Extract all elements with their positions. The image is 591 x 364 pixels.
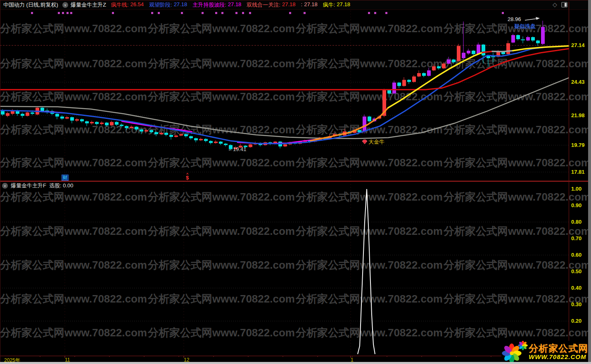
candle-body bbox=[11, 111, 14, 114]
trend-gray-line bbox=[492, 51, 513, 52]
candle-body bbox=[432, 66, 436, 71]
sub-value-label: 0.80 bbox=[571, 219, 589, 225]
diamond-icon[interactable]: ◇ bbox=[553, 2, 557, 7]
candle-body bbox=[457, 46, 460, 61]
price-high-annotation: 28.96 bbox=[508, 16, 521, 22]
candle-body bbox=[541, 27, 545, 44]
candle-body bbox=[40, 108, 44, 111]
chart-canvas[interactable] bbox=[0, 0, 591, 364]
candle-body bbox=[199, 139, 203, 140]
candle-body bbox=[477, 45, 480, 54]
price-low-annotation: ←19.41 bbox=[228, 146, 247, 152]
candle-body bbox=[219, 142, 223, 144]
sub-value-label: 0.70 bbox=[571, 235, 589, 241]
candle-body bbox=[60, 116, 64, 118]
candle-body bbox=[80, 119, 84, 121]
candle-body bbox=[214, 142, 218, 143]
candle-body bbox=[90, 122, 94, 123]
sub-value-label: 0.20 bbox=[571, 318, 589, 324]
gold-bull-label: 大金牛 bbox=[368, 138, 385, 146]
candle-body bbox=[189, 136, 193, 138]
candle-body bbox=[130, 127, 133, 128]
candle-body bbox=[21, 114, 24, 116]
candle-body bbox=[412, 76, 416, 82]
indicator-field: 双线合一关注:27.18 bbox=[247, 1, 295, 9]
sub-value-label: 0.60 bbox=[571, 252, 589, 258]
indicator-field-value: 27.18 bbox=[282, 1, 296, 9]
indicator-field-label: 双线合一关注: bbox=[247, 1, 280, 9]
candle-body bbox=[249, 144, 252, 147]
candle-body bbox=[531, 37, 535, 40]
candle-body bbox=[55, 114, 59, 117]
candle-body bbox=[526, 37, 530, 40]
candle-body bbox=[125, 126, 128, 128]
sub-value-label: 0.40 bbox=[571, 285, 589, 291]
vertical-scrollbar[interactable] bbox=[588, 0, 591, 362]
chevron-down-icon[interactable]: ∨ bbox=[62, 2, 68, 8]
candle-body bbox=[467, 51, 470, 54]
sub-indicator-name[interactable]: 爆量金牛主升F bbox=[11, 182, 46, 189]
dividend-marker[interactable]: ^$ bbox=[186, 173, 189, 180]
horizontal-scrollbar[interactable] bbox=[0, 362, 591, 364]
indicator-field-value: 27.18 bbox=[304, 1, 318, 9]
indicator-field-value: 26.54 bbox=[130, 1, 144, 9]
signal-dot bbox=[112, 12, 114, 14]
gem-icon bbox=[362, 139, 368, 144]
candle-body bbox=[397, 83, 401, 86]
signal-dot bbox=[385, 12, 387, 14]
window-left-border bbox=[0, 0, 0, 362]
candle-body bbox=[204, 139, 208, 141]
candle-body bbox=[224, 144, 228, 145]
signal-dot bbox=[215, 12, 217, 14]
signal-dot bbox=[249, 12, 251, 14]
indicator-field-value: 27.18 bbox=[174, 1, 188, 9]
candle-body bbox=[536, 40, 540, 43]
candle-body bbox=[506, 43, 510, 54]
indicator-name[interactable]: 爆量金牛主升Z bbox=[71, 1, 106, 9]
signal-dot bbox=[202, 12, 204, 14]
indicator-field-label: 观望阶段: bbox=[149, 1, 172, 9]
indicator-field: 观望阶段:27.18 bbox=[149, 1, 187, 9]
sub-value-label: 0.30 bbox=[571, 301, 589, 307]
candle-body bbox=[387, 90, 391, 93]
finance-report-marker[interactable]: 财 bbox=[62, 175, 69, 181]
indicator-field: :27.18 bbox=[301, 1, 318, 9]
main-price-label: 21.98 bbox=[571, 112, 589, 118]
candle-body bbox=[402, 80, 406, 86]
candle-body bbox=[120, 125, 123, 126]
logo-site-name: 分析家公式网 bbox=[529, 343, 588, 354]
candle-body bbox=[392, 83, 396, 93]
candle-body bbox=[472, 51, 475, 54]
indicator-field: 主升持股波段:27.18 bbox=[192, 1, 241, 9]
candle-body bbox=[154, 132, 158, 134]
stock-app-window: 分析家公式网www.70822.com分析家公式网www.70822.com分析… bbox=[0, 0, 591, 364]
candle-body bbox=[150, 130, 153, 132]
toolbar-right-icons: ◇ bbox=[553, 2, 567, 7]
candle-body bbox=[65, 117, 69, 118]
stock-title[interactable]: 中国动力 (日线,前复权) bbox=[3, 1, 58, 9]
candle-body bbox=[283, 144, 287, 147]
candle-body bbox=[140, 130, 143, 132]
candle-body bbox=[95, 122, 99, 124]
candle-body bbox=[174, 135, 178, 137]
main-price-label: 24.43 bbox=[571, 79, 589, 85]
panel-divider[interactable] bbox=[0, 181, 588, 182]
candle-body bbox=[100, 123, 104, 124]
signal-dot bbox=[221, 12, 223, 14]
chevron-down-icon[interactable]: ∨ bbox=[2, 183, 8, 189]
signal-dot bbox=[235, 12, 237, 14]
candle-body bbox=[368, 116, 371, 121]
signal-dot bbox=[66, 12, 69, 14]
candle-body bbox=[184, 134, 188, 136]
candle-body bbox=[209, 141, 213, 143]
candle-body bbox=[145, 130, 148, 131]
candle-body bbox=[16, 111, 19, 114]
candle-body bbox=[135, 127, 138, 130]
site-logo: 分析家公式网 WWW.70822.COM bbox=[501, 341, 590, 362]
sub-indicator-value: 选股: 0.00 bbox=[49, 182, 74, 189]
candle-body bbox=[407, 80, 411, 82]
signal-dot bbox=[374, 12, 376, 14]
sub-value-label: 0.90 bbox=[571, 202, 589, 208]
panel-layout-icon[interactable] bbox=[561, 2, 567, 7]
ma-blue-line bbox=[0, 47, 549, 144]
